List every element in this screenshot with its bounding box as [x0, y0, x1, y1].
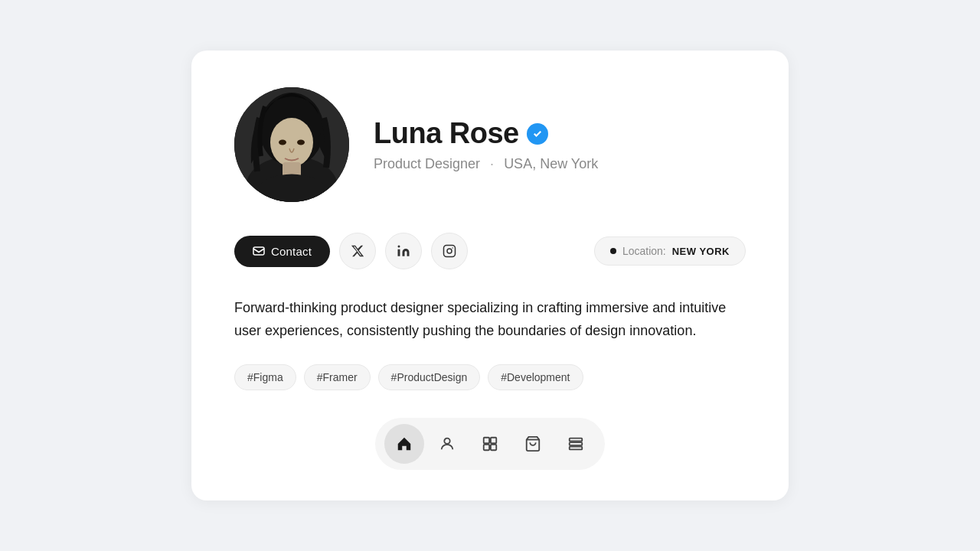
instagram-icon [443, 244, 456, 258]
profile-location: USA, New York [504, 156, 598, 171]
home-icon [396, 435, 413, 452]
profile-title: Product Designer [374, 156, 480, 171]
grid-icon [482, 435, 498, 452]
svg-rect-16 [491, 445, 496, 450]
svg-rect-19 [570, 442, 583, 445]
svg-point-10 [447, 249, 452, 253]
tag-productdesign[interactable]: #ProductDesign [378, 364, 481, 390]
svg-rect-14 [491, 437, 496, 442]
profile-header: Luna Rose Product Designer · USA, New Yo… [234, 87, 746, 202]
nav-profile[interactable] [427, 424, 467, 464]
location-value: NEW YORK [672, 246, 730, 257]
tags-row: #Figma #Framer #ProductDesign #Developme… [234, 364, 746, 390]
nav-cart[interactable] [513, 424, 553, 464]
cart-icon [524, 435, 541, 452]
svg-point-12 [444, 438, 449, 443]
svg-point-11 [452, 247, 453, 249]
svg-point-6 [297, 140, 305, 145]
nav-bar [375, 418, 605, 470]
contact-button[interactable]: Contact [234, 236, 330, 267]
profile-bio: Forward-thinking product designer specia… [234, 297, 746, 342]
instagram-button[interactable] [431, 233, 468, 269]
svg-rect-13 [484, 437, 489, 442]
svg-rect-20 [570, 446, 583, 449]
avatar-wrapper [234, 87, 349, 202]
svg-point-3 [270, 118, 313, 167]
profile-subtitle: Product Designer · USA, New York [374, 156, 598, 172]
list-icon [567, 435, 584, 452]
svg-rect-18 [570, 438, 583, 441]
separator: · [490, 156, 494, 171]
svg-rect-7 [253, 247, 264, 255]
profile-icon [439, 435, 456, 452]
twitter-icon [351, 244, 364, 258]
svg-point-5 [279, 140, 286, 145]
tag-framer[interactable]: #Framer [304, 364, 371, 390]
svg-point-8 [398, 246, 400, 248]
contact-label: Contact [271, 245, 312, 258]
twitter-button[interactable] [339, 233, 376, 269]
linkedin-icon [397, 244, 410, 258]
avatar [234, 87, 349, 202]
location-badge: Location: NEW YORK [594, 236, 746, 266]
name-row: Luna Rose [374, 117, 598, 150]
bottom-nav [234, 418, 746, 470]
svg-rect-15 [484, 445, 489, 450]
mail-icon [253, 245, 265, 257]
profile-card: Luna Rose Product Designer · USA, New Yo… [191, 51, 789, 500]
profile-info: Luna Rose Product Designer · USA, New Yo… [374, 117, 598, 172]
nav-grid[interactable] [470, 424, 510, 464]
tag-figma[interactable]: #Figma [234, 364, 296, 390]
actions-row: Contact Location: NEW YORK [234, 233, 746, 269]
profile-name: Luna Rose [374, 117, 519, 150]
tag-development[interactable]: #Development [488, 364, 583, 390]
nav-list[interactable] [556, 424, 596, 464]
location-dot-icon [610, 248, 616, 254]
location-label: Location: [622, 245, 666, 257]
verified-badge [527, 123, 548, 145]
svg-rect-9 [444, 246, 456, 257]
linkedin-button[interactable] [385, 233, 422, 269]
nav-home[interactable] [384, 424, 424, 464]
